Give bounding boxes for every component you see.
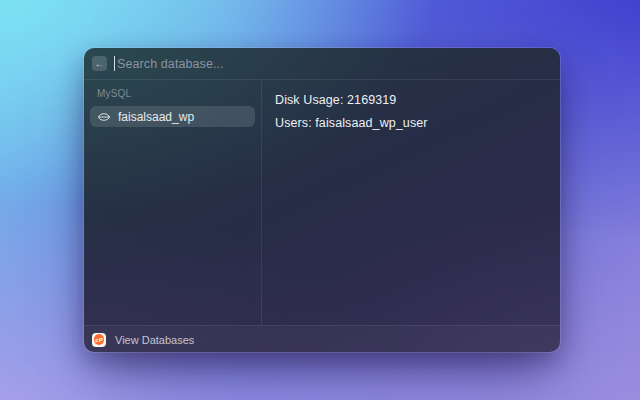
results-sidebar: MySQL faisalsaad_wp — [84, 80, 262, 325]
cpanel-app-icon: cP — [92, 333, 106, 347]
back-arrow-icon: ← — [95, 58, 105, 69]
database-icon — [97, 110, 111, 124]
text-caret — [114, 56, 115, 71]
detail-users: Users: faisalsaad_wp_user — [275, 116, 547, 130]
footer-action-bar[interactable]: cP View Databases — [84, 325, 560, 352]
list-item-database[interactable]: faisalsaad_wp — [90, 106, 255, 127]
footer-action-label: View Databases — [115, 334, 194, 346]
cpanel-logo-icon: cP — [94, 334, 105, 345]
search-bar: ← Search database... — [84, 48, 560, 80]
list-item-label: faisalsaad_wp — [118, 110, 194, 124]
search-input[interactable]: Search database... — [117, 57, 224, 71]
window-body: MySQL faisalsaad_wp Disk Usage: 2169319 … — [84, 80, 560, 325]
details-panel: Disk Usage: 2169319 Users: faisalsaad_wp… — [262, 80, 560, 325]
desktop: { "window": { "search": { "placeholder":… — [0, 0, 640, 400]
back-button[interactable]: ← — [92, 56, 107, 71]
launcher-window: ← Search database... MySQL faisalsaad_wp… — [84, 48, 560, 352]
section-label-mysql: MySQL — [90, 88, 255, 99]
detail-disk-usage: Disk Usage: 2169319 — [275, 93, 547, 107]
